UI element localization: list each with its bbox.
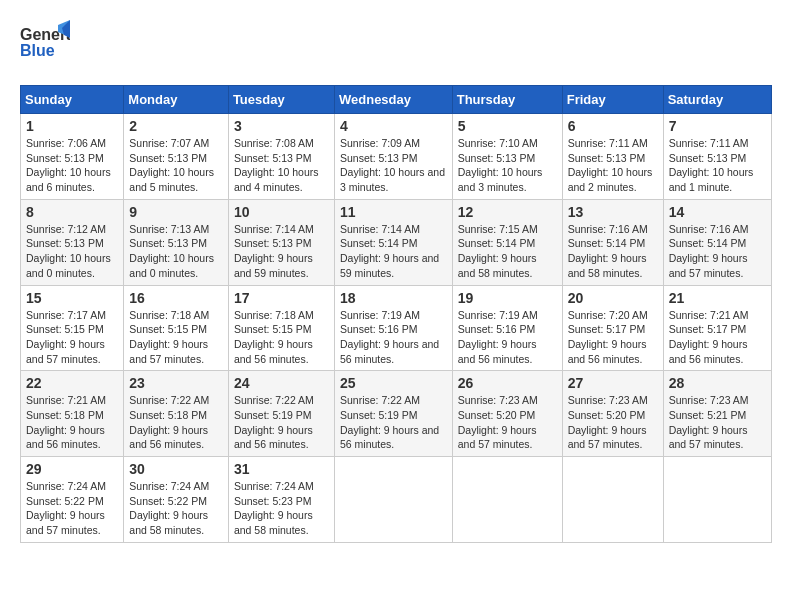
day-info: Sunrise: 7:23 AMSunset: 5:20 PMDaylight:… xyxy=(568,393,658,452)
day-number: 15 xyxy=(26,290,118,306)
weekday-header-sunday: Sunday xyxy=(21,86,124,114)
day-number: 25 xyxy=(340,375,447,391)
day-number: 9 xyxy=(129,204,223,220)
day-info: Sunrise: 7:23 AMSunset: 5:21 PMDaylight:… xyxy=(669,393,766,452)
day-info: Sunrise: 7:09 AMSunset: 5:13 PMDaylight:… xyxy=(340,136,447,195)
day-number: 28 xyxy=(669,375,766,391)
day-info: Sunrise: 7:22 AMSunset: 5:19 PMDaylight:… xyxy=(234,393,329,452)
calendar-cell: 16Sunrise: 7:18 AMSunset: 5:15 PMDayligh… xyxy=(124,285,229,371)
day-number: 21 xyxy=(669,290,766,306)
calendar-cell: 9Sunrise: 7:13 AMSunset: 5:13 PMDaylight… xyxy=(124,199,229,285)
day-info: Sunrise: 7:22 AMSunset: 5:19 PMDaylight:… xyxy=(340,393,447,452)
day-info: Sunrise: 7:24 AMSunset: 5:23 PMDaylight:… xyxy=(234,479,329,538)
day-number: 4 xyxy=(340,118,447,134)
day-info: Sunrise: 7:22 AMSunset: 5:18 PMDaylight:… xyxy=(129,393,223,452)
calendar-cell: 22Sunrise: 7:21 AMSunset: 5:18 PMDayligh… xyxy=(21,371,124,457)
calendar-cell: 25Sunrise: 7:22 AMSunset: 5:19 PMDayligh… xyxy=(334,371,452,457)
day-number: 2 xyxy=(129,118,223,134)
day-number: 5 xyxy=(458,118,557,134)
day-number: 23 xyxy=(129,375,223,391)
day-number: 3 xyxy=(234,118,329,134)
day-number: 31 xyxy=(234,461,329,477)
calendar-cell: 4Sunrise: 7:09 AMSunset: 5:13 PMDaylight… xyxy=(334,114,452,200)
calendar-cell: 30Sunrise: 7:24 AMSunset: 5:22 PMDayligh… xyxy=(124,457,229,543)
calendar-cell: 10Sunrise: 7:14 AMSunset: 5:13 PMDayligh… xyxy=(228,199,334,285)
calendar-cell: 14Sunrise: 7:16 AMSunset: 5:14 PMDayligh… xyxy=(663,199,771,285)
weekday-header-tuesday: Tuesday xyxy=(228,86,334,114)
calendar-cell: 17Sunrise: 7:18 AMSunset: 5:15 PMDayligh… xyxy=(228,285,334,371)
day-number: 13 xyxy=(568,204,658,220)
calendar-cell: 6Sunrise: 7:11 AMSunset: 5:13 PMDaylight… xyxy=(562,114,663,200)
calendar-cell: 7Sunrise: 7:11 AMSunset: 5:13 PMDaylight… xyxy=(663,114,771,200)
weekday-header-monday: Monday xyxy=(124,86,229,114)
calendar-cell: 1Sunrise: 7:06 AMSunset: 5:13 PMDaylight… xyxy=(21,114,124,200)
day-number: 26 xyxy=(458,375,557,391)
day-number: 18 xyxy=(340,290,447,306)
day-info: Sunrise: 7:07 AMSunset: 5:13 PMDaylight:… xyxy=(129,136,223,195)
weekday-header-wednesday: Wednesday xyxy=(334,86,452,114)
day-number: 17 xyxy=(234,290,329,306)
calendar-cell xyxy=(562,457,663,543)
calendar-cell: 20Sunrise: 7:20 AMSunset: 5:17 PMDayligh… xyxy=(562,285,663,371)
day-number: 20 xyxy=(568,290,658,306)
svg-text:Blue: Blue xyxy=(20,42,55,59)
calendar-cell: 3Sunrise: 7:08 AMSunset: 5:13 PMDaylight… xyxy=(228,114,334,200)
day-number: 30 xyxy=(129,461,223,477)
calendar-cell xyxy=(334,457,452,543)
day-info: Sunrise: 7:11 AMSunset: 5:13 PMDaylight:… xyxy=(568,136,658,195)
day-info: Sunrise: 7:12 AMSunset: 5:13 PMDaylight:… xyxy=(26,222,118,281)
calendar-cell: 19Sunrise: 7:19 AMSunset: 5:16 PMDayligh… xyxy=(452,285,562,371)
day-info: Sunrise: 7:20 AMSunset: 5:17 PMDaylight:… xyxy=(568,308,658,367)
day-info: Sunrise: 7:24 AMSunset: 5:22 PMDaylight:… xyxy=(26,479,118,538)
calendar-cell: 28Sunrise: 7:23 AMSunset: 5:21 PMDayligh… xyxy=(663,371,771,457)
logo: General Blue xyxy=(20,20,70,69)
calendar-cell: 24Sunrise: 7:22 AMSunset: 5:19 PMDayligh… xyxy=(228,371,334,457)
day-info: Sunrise: 7:14 AMSunset: 5:13 PMDaylight:… xyxy=(234,222,329,281)
day-info: Sunrise: 7:18 AMSunset: 5:15 PMDaylight:… xyxy=(234,308,329,367)
day-info: Sunrise: 7:11 AMSunset: 5:13 PMDaylight:… xyxy=(669,136,766,195)
day-info: Sunrise: 7:21 AMSunset: 5:17 PMDaylight:… xyxy=(669,308,766,367)
calendar-cell: 5Sunrise: 7:10 AMSunset: 5:13 PMDaylight… xyxy=(452,114,562,200)
day-info: Sunrise: 7:16 AMSunset: 5:14 PMDaylight:… xyxy=(568,222,658,281)
calendar-cell: 31Sunrise: 7:24 AMSunset: 5:23 PMDayligh… xyxy=(228,457,334,543)
day-info: Sunrise: 7:24 AMSunset: 5:22 PMDaylight:… xyxy=(129,479,223,538)
day-number: 1 xyxy=(26,118,118,134)
day-number: 29 xyxy=(26,461,118,477)
calendar-cell: 26Sunrise: 7:23 AMSunset: 5:20 PMDayligh… xyxy=(452,371,562,457)
day-number: 14 xyxy=(669,204,766,220)
day-info: Sunrise: 7:16 AMSunset: 5:14 PMDaylight:… xyxy=(669,222,766,281)
logo-icon: General Blue xyxy=(20,20,70,65)
calendar-cell: 12Sunrise: 7:15 AMSunset: 5:14 PMDayligh… xyxy=(452,199,562,285)
weekday-header-thursday: Thursday xyxy=(452,86,562,114)
day-info: Sunrise: 7:17 AMSunset: 5:15 PMDaylight:… xyxy=(26,308,118,367)
calendar-table: SundayMondayTuesdayWednesdayThursdayFrid… xyxy=(20,85,772,543)
calendar-cell: 21Sunrise: 7:21 AMSunset: 5:17 PMDayligh… xyxy=(663,285,771,371)
day-info: Sunrise: 7:10 AMSunset: 5:13 PMDaylight:… xyxy=(458,136,557,195)
day-info: Sunrise: 7:19 AMSunset: 5:16 PMDaylight:… xyxy=(340,308,447,367)
calendar-cell: 27Sunrise: 7:23 AMSunset: 5:20 PMDayligh… xyxy=(562,371,663,457)
calendar-cell xyxy=(452,457,562,543)
day-number: 27 xyxy=(568,375,658,391)
calendar-cell: 8Sunrise: 7:12 AMSunset: 5:13 PMDaylight… xyxy=(21,199,124,285)
calendar-cell: 13Sunrise: 7:16 AMSunset: 5:14 PMDayligh… xyxy=(562,199,663,285)
day-info: Sunrise: 7:14 AMSunset: 5:14 PMDaylight:… xyxy=(340,222,447,281)
calendar-cell: 11Sunrise: 7:14 AMSunset: 5:14 PMDayligh… xyxy=(334,199,452,285)
day-info: Sunrise: 7:08 AMSunset: 5:13 PMDaylight:… xyxy=(234,136,329,195)
calendar-cell xyxy=(663,457,771,543)
day-number: 19 xyxy=(458,290,557,306)
day-info: Sunrise: 7:13 AMSunset: 5:13 PMDaylight:… xyxy=(129,222,223,281)
weekday-header-friday: Friday xyxy=(562,86,663,114)
day-number: 7 xyxy=(669,118,766,134)
day-number: 24 xyxy=(234,375,329,391)
day-info: Sunrise: 7:19 AMSunset: 5:16 PMDaylight:… xyxy=(458,308,557,367)
day-number: 11 xyxy=(340,204,447,220)
day-info: Sunrise: 7:06 AMSunset: 5:13 PMDaylight:… xyxy=(26,136,118,195)
day-number: 16 xyxy=(129,290,223,306)
day-number: 8 xyxy=(26,204,118,220)
page-header: General Blue xyxy=(20,20,772,69)
day-number: 10 xyxy=(234,204,329,220)
calendar-cell: 15Sunrise: 7:17 AMSunset: 5:15 PMDayligh… xyxy=(21,285,124,371)
day-info: Sunrise: 7:23 AMSunset: 5:20 PMDaylight:… xyxy=(458,393,557,452)
calendar-cell: 23Sunrise: 7:22 AMSunset: 5:18 PMDayligh… xyxy=(124,371,229,457)
day-info: Sunrise: 7:18 AMSunset: 5:15 PMDaylight:… xyxy=(129,308,223,367)
